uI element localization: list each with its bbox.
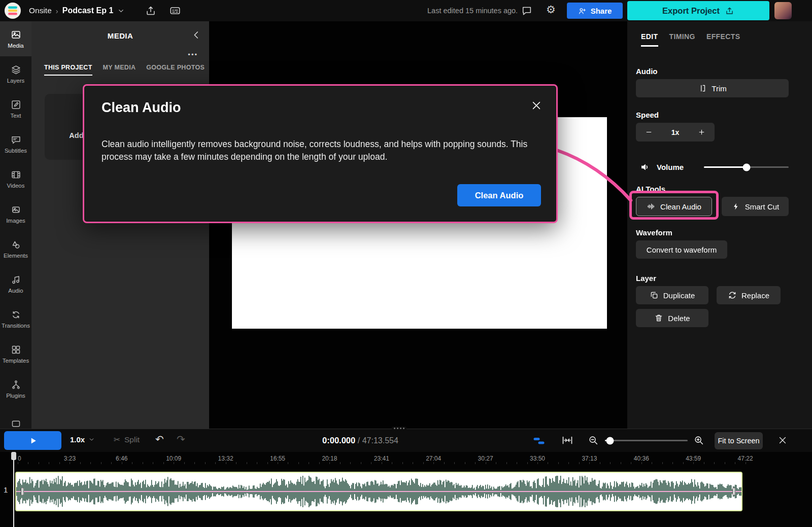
media-icon [11,29,21,40]
ruler-tick [288,462,288,464]
sidebar-item-layers[interactable]: Layers [0,56,31,91]
ruler-tick [247,462,247,464]
sidebar-item-label: Elements [4,253,28,259]
sidebar-item-text[interactable]: Text [0,91,31,126]
sidebar-item-label: Plugins [6,393,25,399]
ruler-tick [433,462,434,464]
topbar: Onsite › Podcast Ep 1 Last edited 15 min… [0,0,812,21]
ruler-tick [631,462,631,464]
ruler-tick [537,462,538,464]
trim-button[interactable]: Trim [636,79,789,97]
edit-tab-timing[interactable]: TIMING [669,32,695,47]
split-button[interactable]: ✂ Split [114,435,140,444]
export-project-button[interactable]: Export Project [627,1,769,20]
clip-trim-handle-right[interactable] [732,487,735,496]
ruler-tick [278,462,278,464]
duplicate-button[interactable]: Duplicate [636,286,708,304]
ruler-tick [350,462,351,464]
ruler-mark: 13:32 [218,455,233,462]
media-tab-my-media[interactable]: MY MEDIA [103,64,136,76]
delete-button[interactable]: Delete [636,309,708,327]
edit-tab-edit[interactable]: EDIT [641,32,658,47]
app-logo-icon[interactable] [4,2,21,19]
snap-toggle-icon[interactable] [533,435,545,447]
layer-section-label: Layer [636,274,789,283]
sidebar-item-media[interactable]: Media [0,21,31,56]
sidebar-item-more[interactable] [0,406,31,429]
clip-volume-line[interactable] [16,491,741,492]
sidebar-item-elements[interactable]: Elements [0,231,31,266]
clean-audio-button[interactable]: Clean Audio [636,197,712,216]
plus-icon [697,128,706,136]
sidebar-item-audio[interactable]: Audio [0,266,31,301]
ruler-tick [361,462,361,464]
ruler-tick [444,462,445,464]
clip-trim-handle-left[interactable] [21,487,24,496]
ruler-tick [226,462,226,464]
chevron-down-icon[interactable] [117,7,125,15]
playback-speed-dropdown[interactable]: 1.0x [70,435,95,444]
zoom-in-icon[interactable] [693,435,704,446]
sidebar-item-videos[interactable]: Videos [0,161,31,196]
play-button[interactable] [4,431,61,450]
modal-clean-audio-button[interactable]: Clean Audio [457,184,541,206]
playhead[interactable] [11,452,16,527]
volume-slider[interactable] [704,166,789,168]
undo-icon[interactable]: ↶ [155,433,164,445]
ruler-tick [194,462,195,464]
timeline-ruler[interactable]: 03:236:4610:0913:3216:5520:1823:4127:043… [0,452,812,465]
sidebar-item-label: Templates [3,358,29,364]
zoom-slider[interactable] [605,440,688,441]
more-options-icon[interactable]: ••• [188,51,198,58]
last-edited-text: Last edited 15 minutes ago. [427,7,518,15]
ruler-tick [610,462,611,464]
ruler-tick [122,462,122,464]
track-number: 1 [4,485,8,494]
smart-cut-button[interactable]: Smart Cut [722,197,789,216]
edit-tab-effects[interactable]: EFFECTS [706,32,740,47]
replace-button[interactable]: Replace [717,286,781,304]
convert-to-waveform-button[interactable]: Convert to waveform [636,240,727,259]
share-button[interactable]: Share [567,3,623,19]
timeline: 03:236:4610:0913:3216:5520:1823:4127:043… [0,452,812,527]
media-tab-google-photos[interactable]: GOOGLE PHOTOS [146,64,205,76]
media-tab-this-project[interactable]: THIS PROJECT [44,64,92,76]
fit-to-screen-button[interactable]: Fit to Screen [715,432,763,449]
zoom-out-icon[interactable] [588,435,599,446]
ruler-mark: 23:41 [374,455,389,462]
collapse-panel-icon[interactable] [191,29,202,41]
modal-title: Clean Audio [101,100,539,116]
ruler-tick [340,462,341,464]
panel-resize-handle[interactable] [392,427,407,430]
redo-icon[interactable]: ↷ [177,433,185,445]
modal-close-icon[interactable] [531,100,542,111]
sidebar-item-plugins[interactable]: Plugins [0,371,31,406]
user-avatar[interactable] [774,2,792,19]
sidebar-item-templates[interactable]: Templates [0,336,31,371]
videos-icon [11,169,21,180]
sidebar-item-label: Layers [7,78,25,84]
sidebar-item-images[interactable]: Images [0,196,31,231]
close-timeline-icon[interactable] [777,435,788,445]
export-label: Export Project [662,6,720,16]
ruler-tick [39,462,39,464]
ruler-tick [548,462,548,464]
upload-project-icon[interactable] [145,5,156,16]
fit-timeline-icon[interactable] [561,434,573,446]
captions-icon[interactable] [170,5,181,16]
breadcrumb-project-name[interactable]: Podcast Ep 1 [62,6,113,15]
ruler-tick [527,462,528,464]
ruler-tick [101,462,101,464]
sidebar-item-subtitles[interactable]: Subtitles [0,126,31,161]
edit-panel: EDITTIMINGEFFECTS Audio Trim Speed 1x Vo… [627,21,812,429]
sidebar-item-transitions[interactable]: Transitions [0,301,31,336]
ruler-tick [506,462,507,464]
settings-gear-icon[interactable]: ⚙ [546,4,556,16]
ruler-tick [600,462,600,464]
speed-decrease-button[interactable] [636,123,662,142]
speed-increase-button[interactable] [688,123,715,142]
audio-clip[interactable] [15,472,742,511]
add-person-icon [578,7,587,15]
comments-icon[interactable] [521,5,532,16]
breadcrumb-workspace[interactable]: Onsite [29,6,52,15]
